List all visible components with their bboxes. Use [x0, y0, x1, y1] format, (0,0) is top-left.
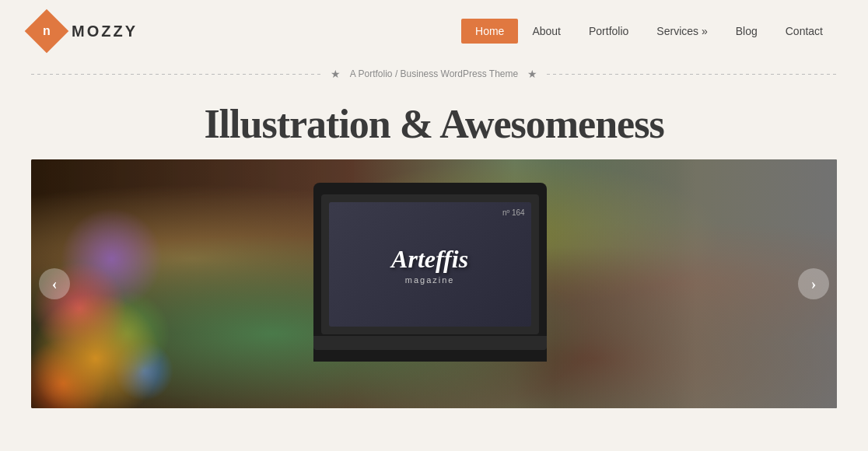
divider-line-left — [31, 74, 321, 75]
nav-services[interactable]: Services » — [642, 19, 721, 44]
nav-blog[interactable]: Blog — [722, 19, 772, 44]
logo-text: MOZZY — [72, 23, 138, 40]
laptop-screen: nº 164 Arteffis magazine — [321, 194, 539, 334]
divider-line-right — [547, 74, 837, 75]
magazine-cover: nº 164 Arteffis magazine — [329, 202, 531, 327]
magazine-subtitle: magazine — [405, 275, 455, 285]
logo-diamond: n — [25, 9, 69, 54]
magazine-title: Arteffis — [391, 245, 468, 274]
star-left: ★ — [331, 68, 341, 81]
slide-prev-arrow[interactable]: ‹ — [39, 268, 70, 299]
flower-decoration — [31, 159, 353, 408]
logo-area: n MOZZY — [31, 16, 138, 47]
header: n MOZZY Home About Portfolio Services » … — [0, 0, 868, 62]
divider: ★ A Portfolio / Business WordPress Theme… — [0, 62, 868, 86]
laptop-overlay: nº 164 Arteffis magazine — [313, 183, 547, 362]
main-nav: Home About Portfolio Services » Blog Con… — [461, 19, 837, 44]
slide-next-arrow[interactable]: › — [798, 268, 829, 299]
slide-image: nº 164 Arteffis magazine — [31, 159, 837, 408]
divider-text: A Portfolio / Business WordPress Theme — [350, 68, 518, 79]
person-background — [555, 159, 837, 408]
magazine-number: nº 164 — [502, 208, 525, 217]
hero-title: Illustration & Awesomeness — [31, 101, 837, 147]
logo-letter: n — [43, 24, 51, 38]
nav-contact[interactable]: Contact — [772, 19, 837, 44]
slideshow[interactable]: nº 164 Arteffis magazine ‹ › — [31, 159, 837, 408]
star-right: ★ — [527, 68, 537, 81]
nav-about[interactable]: About — [518, 19, 575, 44]
nav-portfolio[interactable]: Portfolio — [575, 19, 642, 44]
laptop-keyboard — [313, 336, 547, 350]
hero-title-area: Illustration & Awesomeness — [0, 86, 868, 159]
nav-home[interactable]: Home — [461, 19, 518, 44]
